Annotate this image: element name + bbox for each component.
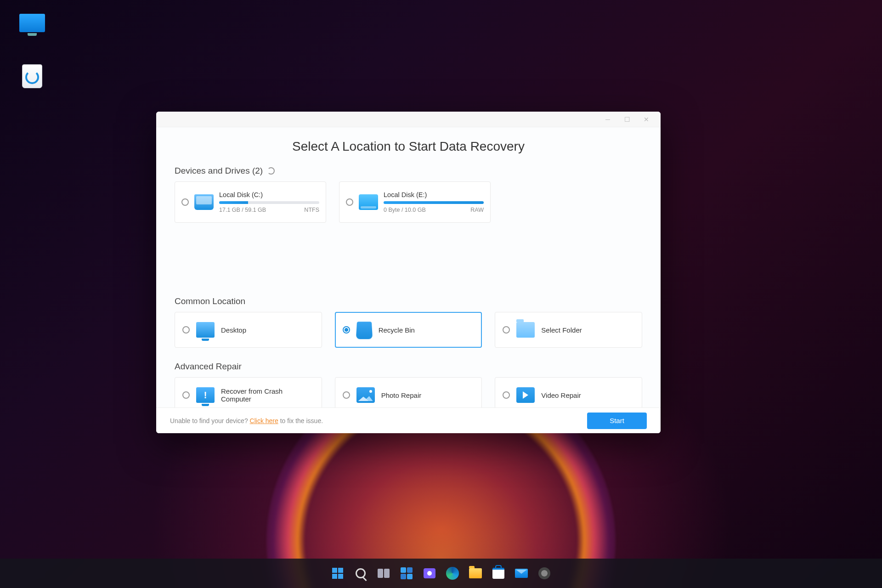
radio-drive-e[interactable] [346,198,353,206]
drive-name: Local Disk (E:) [384,191,484,198]
footer-pre: Unable to find your device? [170,417,250,424]
taskbar-edge[interactable] [443,564,462,582]
start-icon [332,568,343,579]
radio-recycle-bin[interactable] [343,326,350,334]
section-header-drives: Devices and Drives (2) [175,166,642,176]
drive-meta: 17.1 GB / 59.1 GB NTFS [219,207,319,213]
app-window: ─ ☐ ✕ Select A Location to Start Data Re… [156,112,661,433]
taskbar-settings[interactable] [535,564,554,582]
taskbar-store[interactable] [489,564,508,582]
option-video-repair[interactable]: Video Repair [495,377,642,407]
drives-title: Devices and Drives (2) [175,166,263,176]
drive-usage-fill [219,201,248,204]
settings-icon [538,567,550,579]
taskbar-explorer[interactable] [466,564,485,582]
drive-fs-text: RAW [470,207,484,213]
advanced-repair-row: ! Recover from Crash Computer Photo Repa… [175,377,642,407]
footer-text: Unable to find your device? Click here t… [170,417,323,424]
location-label: Select Folder [541,326,582,334]
video-icon [516,387,535,403]
app-body: Select A Location to Start Data Recovery… [156,127,661,407]
widgets-icon [401,567,413,579]
drive-info: Local Disk (E:) 0 Byte / 10.0 GB RAW [384,191,484,213]
drive-usage-text: 0 Byte / 10.0 GB [384,207,426,213]
desktop: ─ ☐ ✕ Select A Location to Start Data Re… [0,0,882,588]
taskbar-mail[interactable] [512,564,531,582]
drive-fs-text: NTFS [304,207,319,213]
local-disk-icon [194,194,214,210]
location-label: Desktop [221,326,246,334]
taskbar-start[interactable] [328,564,347,582]
radio-video[interactable] [503,391,510,399]
external-disk-icon [359,194,378,210]
file-explorer-icon [469,568,482,578]
store-icon [492,568,504,579]
taskbar-widgets[interactable] [397,564,416,582]
titlebar[interactable]: ─ ☐ ✕ [156,112,661,127]
radio-desktop[interactable] [182,326,190,334]
radio-photo[interactable] [343,391,350,399]
desktop-icon-this-pc[interactable] [14,14,51,35]
start-button[interactable]: Start [587,413,647,429]
option-photo-repair[interactable]: Photo Repair [335,377,482,407]
footer-post: to fix the issue. [278,417,323,424]
advanced-title: Advanced Repair [175,362,242,372]
app-footer: Unable to find your device? Click here t… [156,407,661,433]
taskview-icon [378,569,390,578]
location-select-folder[interactable]: Select Folder [495,312,642,348]
search-icon [356,568,366,578]
option-label: Recover from Crash Computer [221,387,314,403]
edge-icon [446,567,459,580]
chat-icon [424,568,435,578]
recycle-bin-icon [22,64,42,88]
location-recycle-bin[interactable]: Recycle Bin [335,312,482,348]
drive-usage-fill [384,201,484,204]
drive-usage-bar [219,201,319,204]
common-title: Common Location [175,296,245,306]
desktop-icon-recycle-bin[interactable] [14,64,51,91]
radio-select-folder[interactable] [503,326,510,334]
drive-meta: 0 Byte / 10.0 GB RAW [384,207,484,213]
drive-usage-bar [384,201,484,204]
crash-computer-icon: ! [196,387,215,403]
desktop-icon [196,322,215,338]
close-button[interactable]: ✕ [637,112,656,127]
location-label: Recycle Bin [379,326,415,334]
refresh-icon[interactable] [267,167,275,175]
taskbar-chat[interactable] [420,564,439,582]
section-header-advanced: Advanced Repair [175,362,642,372]
mail-icon [515,569,528,578]
maximize-button[interactable]: ☐ [617,112,637,127]
drive-name: Local Disk (C:) [219,191,319,198]
drives-row: Local Disk (C:) 17.1 GB / 59.1 GB NTFS L… [175,181,642,223]
taskbar [0,559,882,588]
option-label: Photo Repair [381,391,422,399]
drive-card-c[interactable]: Local Disk (C:) 17.1 GB / 59.1 GB NTFS [175,181,326,223]
radio-crash[interactable] [182,391,190,399]
option-label: Video Repair [541,391,581,399]
recycle-bin-icon [356,322,372,339]
taskbar-search[interactable] [351,564,370,582]
folder-icon [516,322,535,338]
option-crash-recover[interactable]: ! Recover from Crash Computer [175,377,322,407]
drive-usage-text: 17.1 GB / 59.1 GB [219,207,266,213]
location-desktop[interactable]: Desktop [175,312,322,348]
drive-info: Local Disk (C:) 17.1 GB / 59.1 GB NTFS [219,191,319,213]
drive-card-e[interactable]: Local Disk (E:) 0 Byte / 10.0 GB RAW [339,181,491,223]
monitor-icon [19,14,45,32]
minimize-button[interactable]: ─ [598,112,617,127]
section-header-common: Common Location [175,296,642,306]
taskbar-taskview[interactable] [374,564,393,582]
common-location-row: Desktop Recycle Bin Select Folder [175,312,642,348]
radio-drive-c[interactable] [181,198,189,206]
footer-link[interactable]: Click here [250,417,278,424]
photo-icon [356,387,375,403]
page-title: Select A Location to Start Data Recovery [175,139,642,154]
